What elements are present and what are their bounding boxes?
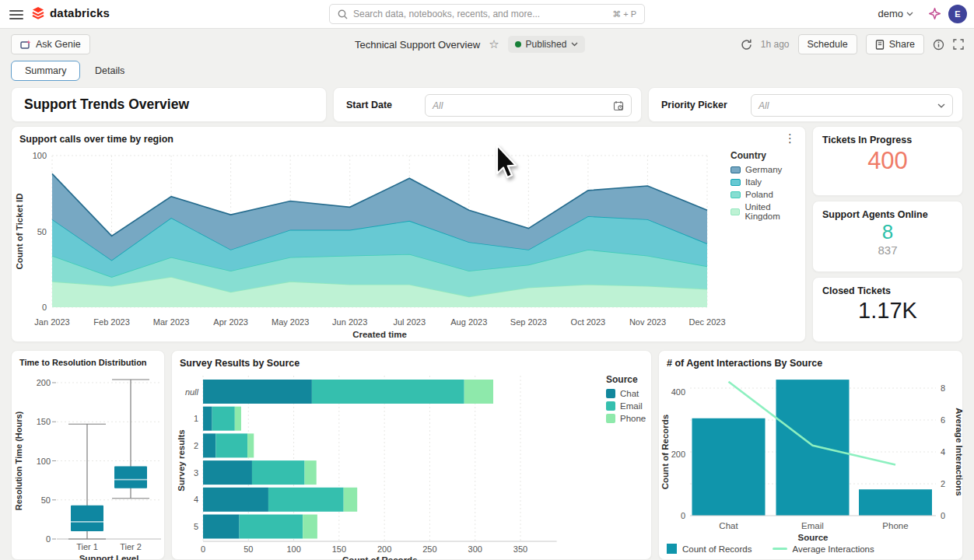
svg-text:Average Interactions: Average Interactions	[955, 408, 964, 495]
svg-text:Nov 2023: Nov 2023	[629, 317, 666, 327]
resolution-boxplot-chart[interactable]: 050100150200Tier 1Tier 2Support LevelRes…	[12, 371, 166, 560]
global-search-input[interactable]: Search data, notebooks, recents, and mor…	[329, 4, 645, 24]
workspace-name: demo	[878, 8, 903, 19]
workspace-switcher[interactable]: demo	[878, 8, 913, 19]
svg-text:300: 300	[468, 544, 482, 554]
svg-text:Chat: Chat	[719, 521, 738, 530]
start-date-value: All	[433, 100, 443, 111]
legend-item[interactable]: Poland	[730, 190, 805, 199]
legend-item[interactable]: Average Interactions	[773, 544, 874, 554]
schedule-button[interactable]: Schedule	[798, 34, 857, 54]
counter-value: 400	[813, 147, 962, 175]
svg-text:5: 5	[194, 522, 198, 531]
svg-text:400: 400	[671, 387, 685, 397]
schedule-label: Schedule	[808, 39, 848, 50]
top-app-bar: databricks Search data, notebooks, recen…	[0, 0, 974, 29]
chart-title: # of Agent Interactions By Source	[667, 358, 822, 369]
search-icon	[338, 9, 348, 19]
svg-text:Resolution Time (Hours): Resolution Time (Hours)	[14, 411, 23, 510]
svg-text:50: 50	[37, 227, 47, 236]
start-date-label: Start Date	[346, 100, 392, 110]
svg-text:Jan 2023: Jan 2023	[34, 317, 69, 327]
survey-stacked-bar-chart[interactable]: null12345050100150200250300350Count of R…	[172, 369, 604, 560]
svg-text:null: null	[185, 387, 199, 397]
avatar[interactable]: E	[948, 5, 967, 23]
svg-text:Phone: Phone	[882, 521, 908, 530]
svg-text:2: 2	[941, 479, 945, 488]
agent-interactions-combo-chart[interactable]: 020040002468ChatEmailPhoneSourceCount of…	[659, 369, 964, 544]
svg-text:150: 150	[332, 544, 346, 554]
priority-value: All	[759, 100, 769, 111]
publish-status-pill[interactable]: Published	[508, 36, 586, 53]
svg-text:200: 200	[671, 450, 685, 459]
tickets-in-progress-card: Tickets In Progress 400	[812, 126, 963, 196]
closed-tickets-card: Closed Tickets 1.17K	[812, 277, 963, 342]
svg-text:Jun 2023: Jun 2023	[332, 317, 367, 327]
interactions-legend: Count of RecordsAverage Interactions	[667, 544, 874, 554]
svg-text:3: 3	[194, 468, 198, 478]
svg-text:0: 0	[201, 544, 205, 554]
chevron-down-icon	[937, 103, 945, 108]
refresh-icon[interactable]	[741, 39, 752, 51]
tab-details[interactable]: Details	[95, 65, 124, 76]
svg-text:0: 0	[46, 534, 51, 544]
legend-item[interactable]: Email	[606, 401, 651, 411]
priority-filter-card: Priority Picker All	[648, 87, 963, 122]
legend-title: Source	[606, 374, 651, 385]
svg-text:Email: Email	[801, 521, 824, 530]
share-button[interactable]: Share	[866, 34, 924, 54]
svg-text:Count of Records: Count of Records	[660, 415, 670, 489]
svg-text:Jul 2023: Jul 2023	[393, 317, 426, 327]
logo-text: databricks	[50, 6, 110, 19]
page-title: Support Trends Overview	[24, 96, 189, 113]
svg-text:100: 100	[33, 151, 47, 160]
tab-summary[interactable]: Summary	[11, 61, 80, 81]
agent-interactions-chart-card: # of Agent Interactions By Source 020040…	[658, 350, 963, 560]
legend-item[interactable]: United Kingdom	[730, 202, 805, 221]
svg-text:4: 4	[941, 447, 945, 457]
kebab-menu-icon[interactable]: ⋮	[784, 131, 797, 145]
counter-secondary-value: 837	[813, 243, 962, 257]
counter-title: Closed Tickets	[822, 285, 891, 296]
support-calls-area-chart[interactable]: 050100Jan 2023Feb 2023Mar 2023Apr 2023Ma…	[12, 149, 727, 343]
chevron-down-icon	[571, 42, 578, 47]
databricks-logo[interactable]: databricks	[31, 6, 110, 19]
fullscreen-icon[interactable]	[953, 39, 964, 50]
share-label: Share	[889, 39, 915, 50]
legend-item[interactable]: Count of Records	[667, 544, 752, 554]
favorite-star-icon[interactable]: ☆	[489, 37, 499, 51]
ask-genie-button[interactable]: Ask Genie	[11, 34, 90, 54]
legend-item[interactable]: Germany	[730, 165, 805, 174]
svg-text:Oct 2023: Oct 2023	[571, 317, 606, 327]
counter-title: Support Agents Online	[822, 209, 928, 220]
hamburger-menu-icon[interactable]	[9, 8, 23, 19]
svg-text:Mar 2023: Mar 2023	[153, 317, 189, 327]
svg-text:Support Level: Support Level	[79, 554, 139, 560]
svg-text:8: 8	[941, 383, 945, 393]
svg-text:Survey results: Survey results	[177, 429, 186, 491]
svg-text:Tier 2: Tier 2	[120, 542, 142, 551]
legend-item[interactable]: Chat	[606, 389, 651, 398]
assistant-sparkle-icon[interactable]	[928, 7, 941, 20]
counter-value: 8	[813, 220, 962, 244]
dashboard-header: Ask Genie Technical Support Overview ☆ P…	[0, 29, 974, 59]
legend-item[interactable]: Italy	[730, 177, 805, 187]
svg-text:Dec 2023: Dec 2023	[688, 317, 725, 327]
chart-title: Survey Results by Source	[180, 358, 300, 369]
page-title-card: Support Trends Overview	[11, 87, 327, 122]
svg-text:Created time: Created time	[352, 330, 407, 339]
start-date-input[interactable]: All	[425, 94, 632, 117]
svg-text:250: 250	[422, 544, 436, 554]
svg-text:Count of Ticket ID: Count of Ticket ID	[15, 193, 24, 269]
info-icon[interactable]	[933, 39, 944, 51]
published-dot-icon	[515, 41, 521, 47]
legend-item[interactable]: Phone	[606, 414, 651, 423]
svg-text:1: 1	[194, 414, 198, 423]
publish-status-label: Published	[526, 39, 567, 50]
survey-results-chart-card: Survey Results by Source null12345050100…	[171, 350, 652, 560]
priority-select[interactable]: All	[751, 94, 953, 117]
svg-text:Feb 2023: Feb 2023	[93, 317, 129, 327]
svg-text:100: 100	[37, 457, 51, 466]
counter-title: Tickets In Progress	[822, 135, 912, 145]
svg-text:4: 4	[194, 495, 198, 504]
